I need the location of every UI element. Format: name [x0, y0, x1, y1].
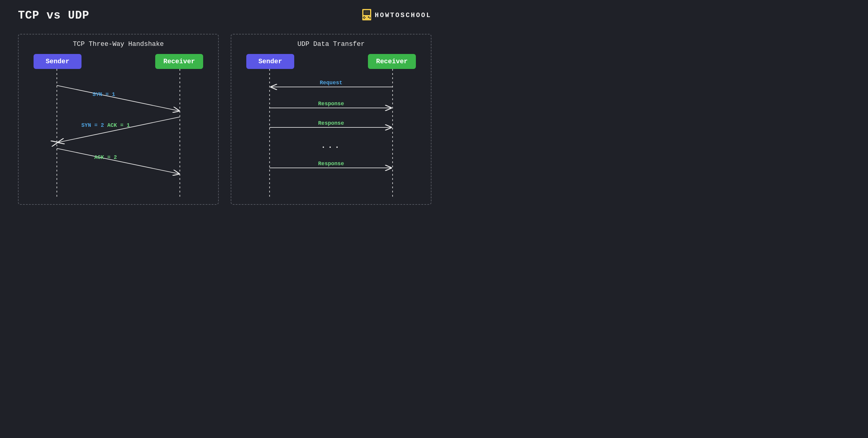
page-title: TCP vs UDP [18, 9, 89, 22]
svg-point-7 [368, 17, 369, 18]
tcp-panel: TCP Three-Way Handshake Sender Receiver [18, 34, 219, 205]
udp-panel-title: UDP Data Transfer [240, 40, 422, 48]
udp-ellipsis: ... [321, 141, 341, 150]
brand: HOWTOSCHOOL [362, 9, 431, 22]
tcp-sender-box: Sender [34, 54, 82, 69]
svg-rect-6 [365, 17, 366, 18]
brand-text: HOWTOSCHOOL [375, 12, 431, 19]
tcp-panel-title: TCP Three-Way Handshake [28, 40, 209, 48]
svg-rect-5 [363, 17, 364, 18]
gameboy-icon [362, 9, 371, 22]
svg-point-8 [369, 18, 371, 19]
svg-line-15 [58, 117, 180, 142]
tcp-receiver-box: Receiver [155, 54, 203, 69]
svg-rect-3 [364, 16, 365, 17]
svg-rect-4 [364, 18, 365, 19]
tcp-diagram: SYN = 1 SYN = 2 ACK = 1 ACK = 2 [28, 69, 209, 198]
udp-receiver-box: Receiver [368, 54, 416, 69]
svg-rect-2 [364, 11, 369, 14]
udp-sender-box: Sender [246, 54, 294, 69]
udp-panel: UDP Data Transfer Sender Receiver [231, 34, 431, 205]
udp-diagram: Request Response Response ... Response [240, 69, 422, 198]
